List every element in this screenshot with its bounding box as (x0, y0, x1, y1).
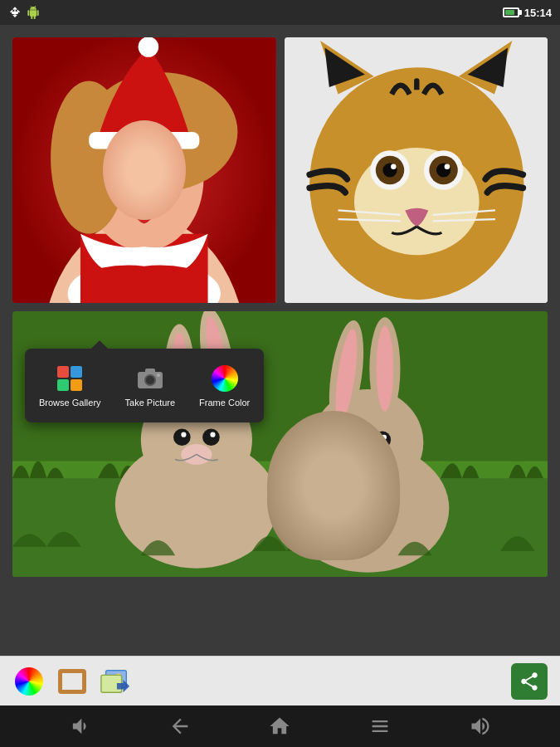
share-button[interactable] (511, 663, 548, 700)
home-button[interactable] (259, 710, 300, 743)
volume-down-icon (68, 715, 91, 738)
bottom-toolbar (0, 656, 560, 706)
home-icon (268, 715, 291, 738)
take-picture-label: Take Picture (125, 398, 176, 408)
import-icon (100, 666, 131, 696)
volume-down-button[interactable] (59, 710, 100, 743)
time-display: 15:14 (524, 7, 552, 19)
recents-icon (368, 715, 392, 738)
frame-color-button[interactable]: Frame Color (189, 357, 260, 414)
share-icon (519, 671, 540, 692)
status-bar-left (8, 6, 40, 19)
svg-point-43 (202, 428, 220, 446)
frame-color-icon (210, 364, 240, 393)
svg-point-45 (210, 432, 215, 437)
back-button[interactable] (159, 710, 201, 743)
svg-point-42 (173, 428, 191, 446)
svg-point-13 (139, 37, 159, 57)
svg-rect-61 (145, 369, 155, 374)
volume-up-button[interactable] (460, 710, 501, 743)
svg-point-52 (377, 326, 394, 412)
svg-point-57 (353, 446, 383, 466)
nav-bar (0, 706, 560, 747)
svg-point-55 (353, 435, 358, 440)
recents-button[interactable] (359, 710, 401, 743)
photo-grid (12, 37, 548, 577)
svg-point-27 (391, 164, 396, 168)
usb-icon (8, 6, 22, 19)
frame-button[interactable] (56, 665, 89, 698)
status-bar: 15:14 (0, 0, 560, 25)
take-picture-button[interactable]: Take Picture (115, 357, 186, 414)
import-button[interactable] (99, 665, 132, 698)
svg-point-60 (146, 376, 154, 384)
take-picture-icon (135, 364, 165, 393)
frame-icon (58, 669, 86, 694)
svg-rect-12 (89, 132, 199, 149)
color-wheel-icon (15, 667, 43, 696)
svg-point-53 (344, 432, 362, 449)
volume-up-icon (469, 715, 492, 738)
browse-gallery-label: Browse Gallery (39, 398, 101, 408)
photo-woman[interactable] (12, 37, 276, 303)
svg-point-11 (138, 184, 151, 194)
svg-point-48 (312, 389, 423, 496)
svg-point-9 (117, 165, 138, 180)
svg-point-56 (382, 435, 387, 440)
svg-point-62 (157, 374, 160, 377)
browse-gallery-button[interactable]: Browse Gallery (29, 357, 111, 414)
svg-point-10 (151, 165, 172, 180)
popup-arrow (91, 340, 108, 349)
android-icon (27, 6, 40, 19)
back-icon (168, 715, 192, 738)
battery-icon (503, 7, 519, 17)
color-wheel-button[interactable] (12, 665, 46, 698)
photo-tiger[interactable] (285, 37, 548, 303)
svg-rect-35 (12, 478, 548, 577)
main-content: Browse Gallery Take Picture Frame Color (0, 25, 560, 656)
svg-point-28 (444, 164, 449, 168)
svg-point-44 (181, 432, 186, 437)
browse-gallery-icon (55, 364, 85, 393)
status-bar-right: 15:14 (503, 7, 552, 19)
toolbar-left (12, 665, 132, 698)
popup-menu: Browse Gallery Take Picture Frame Color (25, 349, 264, 422)
frame-color-label: Frame Color (199, 398, 250, 408)
svg-point-54 (374, 432, 392, 449)
